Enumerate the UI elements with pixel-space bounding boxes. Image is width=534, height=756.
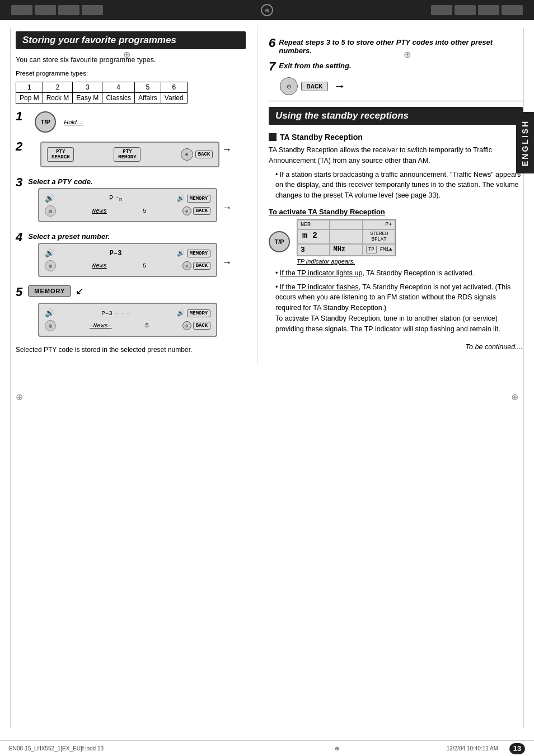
preset-val-5: Affairs xyxy=(135,93,161,104)
back-circle-s3: ⊙ xyxy=(182,206,191,215)
fm1-text: FM1▲ xyxy=(380,247,392,252)
back-btn-s4: BACK xyxy=(193,262,211,270)
step-4-content: Select a preset number. 🔊 P–3 🔊 MEMORY xyxy=(28,230,235,280)
step-5-content: MEMORY ↙ 🔊 P–3 – – – 🔊 xyxy=(28,285,217,340)
hold-label: Hold.... xyxy=(64,119,83,125)
step-5-top: MEMORY ↙ xyxy=(28,285,217,297)
num-right-s5: 5 xyxy=(145,322,149,329)
preset-header-6: 6 xyxy=(161,82,187,93)
step-3-row: 3 Select a PTY code. 🔊 P –n 🔊 xyxy=(16,175,246,226)
tp-cell-m2: m 2 xyxy=(297,229,330,244)
step-4-num: 4 xyxy=(16,230,22,245)
pty-search-btn: PTY SEARCH xyxy=(47,147,74,162)
back-btn-s3: BACK xyxy=(193,207,211,215)
right-section-title: Using the standby receptions xyxy=(269,107,523,125)
main-content: Storing your favorite programmes You can… xyxy=(0,20,534,369)
memory-btn-s5: MEMORY xyxy=(187,309,210,317)
cross-circle-top: ⊕ xyxy=(261,4,273,16)
back-circle-s4: ⊙ xyxy=(182,261,191,270)
cross-center-right: ⊕ xyxy=(404,49,411,60)
step-3-content: Select a PTY code. 🔊 P –n 🔊 MEMORY xyxy=(28,175,235,226)
activate-diagram: T/P NER P+ m 2 STEREOBFLAT 3 MHz TP FM1▲ xyxy=(269,219,523,265)
tp-button-activate: T/P xyxy=(269,231,290,252)
tp-indicator-box: TP xyxy=(366,246,377,253)
p3-label-s5: P–3 xyxy=(101,310,113,317)
dashes-s5: – – – xyxy=(115,311,130,316)
step-7-diagram: ⊙ BACK → xyxy=(280,77,523,95)
preset-header-4: 4 xyxy=(102,82,135,93)
step-2-num: 2 xyxy=(16,139,22,154)
p-right-icon-s4: 🔊 xyxy=(177,250,185,257)
step-5-right: 🔊 MEMORY xyxy=(177,309,210,317)
ta-bullet-1: If a station starts broadcasting a traff… xyxy=(275,170,523,201)
step-3-row-2: ◎ News 5 ⊙ BACK xyxy=(45,205,210,217)
p-right-icon-s5: 🔊 xyxy=(177,309,185,317)
step-7-arrow: → xyxy=(334,79,346,93)
left-section-title: Storing your favorite programmes xyxy=(16,31,246,49)
back-circle: ⊙ xyxy=(181,148,193,161)
step-5-num: 5 xyxy=(16,285,22,299)
preset-header-5: 5 xyxy=(135,82,161,93)
step-7-num: 7 xyxy=(269,59,275,74)
step-5-display: 🔊 P–3 – – – 🔊 MEMORY ◎ xyxy=(38,303,217,337)
to-be-continued: To be continued.... xyxy=(269,343,523,351)
tp-lights-text: If the TP indicator lights up, xyxy=(280,269,364,277)
top-bar-block-4 xyxy=(82,5,103,15)
step-4-row-2: ◎ News 5 ⊙ BACK xyxy=(45,260,210,271)
step-5-row-2: ◎ –News– 5 ⊙ BACK xyxy=(45,320,210,331)
cross-center-left: ⊕ xyxy=(123,49,130,60)
back-group-s5: ⊙ BACK xyxy=(182,321,211,330)
preset-val-2: Rock M xyxy=(43,93,73,104)
step-3-arrow xyxy=(222,202,235,210)
step-5-display-row: 🔊 P–3 – – – 🔊 MEMORY ◎ xyxy=(28,300,217,340)
preset-label: Preset programme types: xyxy=(16,69,246,78)
news-label-s3: News xyxy=(92,208,106,214)
step-5-left-icon: 🔊 xyxy=(45,308,54,318)
step-5-arrow-top: ↙ xyxy=(76,285,84,297)
step-6-num: 6 xyxy=(269,36,275,50)
preset-val-1: Pop M xyxy=(16,93,43,104)
step-4-arrow xyxy=(222,257,235,265)
left-column: Storing your favorite programmes You can… xyxy=(0,25,257,365)
step-7-row: 7 Exit from the setting. xyxy=(269,59,523,74)
left-intro: You can store six favourite programme ty… xyxy=(16,55,246,65)
preset-table: 1 2 3 4 5 6 Pop M Rock M Easy M Classics… xyxy=(16,82,188,104)
tp-lights-rest: TA Standby Reception is activated. xyxy=(366,269,474,277)
top-bar-block-8 xyxy=(502,5,523,15)
step-2-diagram: PTY SEARCH PTY MEMORY ⊙ BACK xyxy=(30,139,235,171)
step-2-display: PTY SEARCH PTY MEMORY ⊙ BACK xyxy=(40,142,219,167)
step-3-left-icon: 🔊 xyxy=(45,194,54,203)
memory-btn-s3: MEMORY xyxy=(187,195,210,203)
step-1-row: 1 T/P Hold.... xyxy=(16,109,246,135)
back-group-s4: ⊙ BACK xyxy=(182,261,211,270)
step-5-row: 5 MEMORY ↙ 🔊 P–3 – – – xyxy=(16,285,246,340)
step-3-num: 3 xyxy=(16,175,22,190)
preset-header-2: 2 xyxy=(43,82,73,93)
p3-label: P–3 xyxy=(110,250,122,257)
cross-bottom: ⊕ xyxy=(228,745,447,752)
step-4-center: P–3 xyxy=(110,250,122,257)
step-4-label: Select a preset number. xyxy=(28,230,235,241)
tp-flashes-text: If the TP indicator flashes, xyxy=(280,283,360,291)
activate-bullet-2: If the TP indicator flashes, TA Standby … xyxy=(275,282,523,335)
tp-cell-p: P+ xyxy=(363,220,395,229)
top-bar-block-7 xyxy=(478,5,499,15)
dial-icon-s4: ◎ xyxy=(45,260,56,271)
back-circle-s5: ⊙ xyxy=(182,321,191,330)
p-num: –n xyxy=(115,194,122,203)
dial-icon-s3: ◎ xyxy=(45,205,56,217)
ta-intro: TA Standby Reception allows the receiver… xyxy=(269,145,523,166)
step-3-display: 🔊 P –n 🔊 MEMORY ◎ Ne xyxy=(38,188,217,222)
top-bar-block-1 xyxy=(11,5,32,15)
memory-btn-s4: MEMORY xyxy=(187,250,210,257)
tp-cell-3: 3 xyxy=(297,244,330,256)
tp-display-area: NER P+ m 2 STEREOBFLAT 3 MHz TP FM1▲ TP … xyxy=(297,219,396,265)
news-label-s5: –News– xyxy=(90,322,112,329)
left-margin xyxy=(10,28,11,728)
top-bar-block-5 xyxy=(431,5,452,15)
back-btn-group: ⊙ BACK xyxy=(181,148,213,161)
step-2-arrow xyxy=(222,144,235,152)
top-bar: ⊕ xyxy=(0,0,534,20)
back-btn-step2: BACK xyxy=(195,151,213,158)
news-label-s4: News xyxy=(92,262,106,269)
